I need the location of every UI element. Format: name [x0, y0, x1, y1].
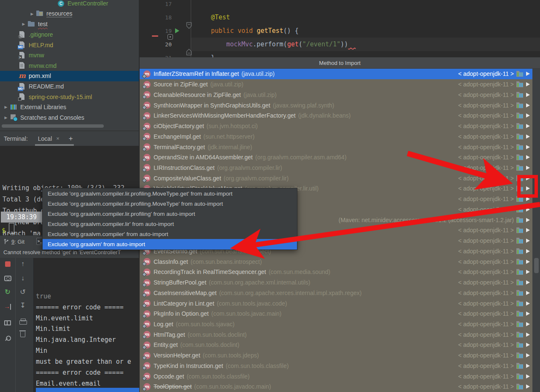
- expand-submenu-icon[interactable]: [526, 103, 530, 107]
- import-suggestion-row[interactable]: m ClassInfo.get (com.sun.beans.introspec…: [140, 256, 532, 267]
- exclude-menu-item[interactable]: Exclude 'org.graalvm.compiler.lir' from …: [43, 219, 297, 229]
- expand-submenu-icon[interactable]: [526, 301, 530, 306]
- import-suggestion-row[interactable]: m TerminalFactory.get (jdk.internal.jlin…: [140, 142, 532, 152]
- tree-item[interactable]: README.md: [0, 81, 139, 92]
- import-suggestion-row[interactable]: m OperandSize in AMD64Assembler.get (org…: [140, 152, 532, 163]
- import-suggestion-row[interactable]: m TypeKind in Instruction.get (com.sun.t…: [140, 361, 532, 371]
- expand-submenu-icon[interactable]: [526, 197, 530, 201]
- tree-item[interactable]: ▶ resources: [0, 9, 139, 19]
- expand-arrow-icon[interactable]: ▶: [2, 105, 10, 109]
- expand-submenu-icon[interactable]: [526, 218, 530, 222]
- tree-item[interactable]: pom.xml: [0, 71, 139, 81]
- import-suggestion-row[interactable]: m SynthIconWrapper in SynthGraphicsUtils…: [140, 100, 532, 110]
- tree-item[interactable]: EventController: [0, 0, 139, 9]
- import-suggestion-row[interactable]: m PkgInfo in Option.get (com.sun.tools.j…: [140, 309, 532, 319]
- tree-item[interactable]: ▶ test: [0, 19, 139, 30]
- import-suggestion-row[interactable]: m CleanableResource in ZipFile.get (java…: [140, 89, 532, 100]
- expand-arrow-icon[interactable]: ▶: [2, 115, 10, 120]
- import-suggestion-row[interactable]: m Log.get (com.sun.tools.sjavac) < adopt…: [140, 319, 532, 330]
- expand-submenu-icon[interactable]: [526, 176, 530, 180]
- import-suggestion-row[interactable]: m LinkerServicesWithMissingMemberHandler…: [140, 110, 532, 121]
- expand-submenu-icon[interactable]: [526, 207, 530, 212]
- import-suggestion-row[interactable]: m LintCategory in Lint.get (com.sun.tool…: [140, 298, 532, 309]
- expand-submenu-icon[interactable]: [526, 124, 530, 128]
- import-suggestion-row[interactable]: m InflaterZStreamRef in Inflater.get (ja…: [140, 69, 532, 79]
- code-line[interactable]: 20 mockMvc.perform(get("/event/1")): [139, 38, 540, 51]
- popup-scrollbar-thumb[interactable]: [534, 258, 539, 273]
- bookmark-icon[interactable]: [167, 34, 173, 40]
- expand-submenu-icon[interactable]: [526, 333, 530, 337]
- import-suggestion-row[interactable]: m ciObjectFactory.get (sun.jvm.hotspot.c…: [140, 121, 532, 132]
- expand-submenu-icon[interactable]: [526, 374, 530, 379]
- expand-arrow-icon[interactable]: ▶: [19, 22, 28, 26]
- fold-marker-icon[interactable]: [186, 48, 192, 56]
- expand-submenu-icon[interactable]: [526, 93, 530, 97]
- expand-submenu-icon[interactable]: [526, 249, 530, 253]
- exit-icon[interactable]: [4, 304, 11, 310]
- tree-item[interactable]: HELP.md: [0, 40, 139, 50]
- code-line[interactable]: 17: [139, 0, 540, 11]
- expand-submenu-icon[interactable]: [526, 384, 530, 389]
- expand-submenu-icon[interactable]: [526, 311, 530, 316]
- restore-layout-icon[interactable]: ↺: [19, 287, 27, 296]
- code-line[interactable]: 21}: [139, 51, 540, 57]
- scroll-up-button[interactable]: ↑: [19, 260, 27, 268]
- import-suggestion-row[interactable]: m CaseInsensitiveMap.get (com.sun.org.ap…: [140, 287, 532, 298]
- stop-button[interactable]: [5, 261, 11, 267]
- tree-item[interactable]: mvnw.cmd: [0, 61, 139, 71]
- import-suggestion-row[interactable]: m CompositeValueClass.get (org.graalvm.c…: [140, 173, 532, 183]
- expand-submenu-icon[interactable]: [526, 322, 530, 326]
- import-suggestion-row[interactable]: m Source in ZipFile.get (java.util.zip) …: [140, 79, 532, 90]
- expand-submenu-icon[interactable]: [526, 134, 530, 139]
- git-toolwindow-label[interactable]: : Git: [14, 239, 24, 245]
- close-tab-icon[interactable]: ×: [56, 135, 59, 142]
- horizontal-scrollbar[interactable]: [2, 124, 104, 128]
- layout-icon[interactable]: [4, 320, 11, 325]
- exclude-menu-item[interactable]: Exclude 'org.graalvm.compiler.lir.profil…: [43, 199, 297, 209]
- run-test-icon[interactable]: [175, 28, 179, 33]
- expand-submenu-icon[interactable]: [526, 166, 530, 170]
- import-suggestion-row[interactable]: m Opcode.get (com.sun.tools.classfile) <…: [140, 371, 532, 381]
- new-tab-button[interactable]: +: [69, 134, 73, 143]
- expand-submenu-icon[interactable]: [526, 353, 530, 357]
- expand-submenu-icon[interactable]: [526, 113, 530, 118]
- scroll-down-button[interactable]: ↓: [19, 274, 27, 282]
- import-suggestion-row[interactable]: m LIRInstructionClass.get (org.graalvm.c…: [140, 163, 532, 173]
- expand-submenu-icon[interactable]: [526, 155, 530, 159]
- expand-submenu-icon[interactable]: [526, 228, 530, 232]
- expand-arrow-icon[interactable]: ▶: [28, 12, 36, 16]
- import-suggestion-row[interactable]: m StringBufferPool.get (com.sun.org.apac…: [140, 277, 532, 288]
- expand-submenu-icon[interactable]: [526, 186, 530, 191]
- expand-submenu-icon[interactable]: [526, 291, 530, 295]
- scroll-to-end-icon[interactable]: ↧: [19, 301, 27, 309]
- import-suggestion-row[interactable]: m ToolOption.get (com.sun.tools.javadoc.…: [140, 381, 532, 392]
- expand-submenu-icon[interactable]: [526, 72, 530, 76]
- exclude-menu-item[interactable]: Exclude 'org.graalvm.compiler' from auto…: [43, 229, 297, 239]
- expand-submenu-icon[interactable]: [526, 145, 530, 149]
- code-line[interactable]: 19public void getTest() {: [139, 24, 540, 38]
- exclude-menu-item[interactable]: Exclude 'org.graalvm.compiler.lir.profil…: [43, 188, 297, 199]
- tree-item[interactable]: ▶ External Libraries: [0, 102, 139, 113]
- expand-submenu-icon[interactable]: [526, 239, 530, 243]
- code-line[interactable]: 18@Test: [139, 11, 540, 24]
- camera-icon[interactable]: [4, 276, 11, 281]
- expand-submenu-icon[interactable]: [526, 364, 530, 368]
- tree-item[interactable]: .gitignore: [0, 30, 139, 40]
- print-icon[interactable]: [19, 319, 26, 324]
- import-suggestion-row[interactable]: m RecordingTrack in RealTimeSequencer.ge…: [140, 267, 532, 277]
- expand-submenu-icon[interactable]: [526, 343, 530, 347]
- console-output[interactable]: true====== error code =====Min.event.lim…: [36, 258, 131, 392]
- expand-submenu-icon[interactable]: [526, 82, 530, 86]
- git-toolwindow-button[interactable]: 9: [11, 239, 14, 245]
- pin-icon[interactable]: [3, 333, 13, 343]
- rerun-button[interactable]: ↻: [3, 287, 12, 296]
- expand-submenu-icon[interactable]: [526, 280, 530, 285]
- code-editor[interactable]: 1718@Test19public void getTest() {20 moc…: [139, 0, 540, 57]
- import-suggestion-row[interactable]: m HtmlTag.get (com.sun.tools.doclint) < …: [140, 329, 532, 340]
- tree-item[interactable]: mvnw: [0, 50, 139, 61]
- expand-submenu-icon[interactable]: [526, 270, 530, 274]
- exclude-menu-item[interactable]: Exclude 'org.graalvm' from auto-import: [43, 239, 297, 249]
- popup-scrollbar-track[interactable]: [532, 69, 540, 392]
- tree-item[interactable]: spring-core-study-15.iml: [0, 91, 139, 102]
- clear-console-icon[interactable]: [20, 332, 25, 337]
